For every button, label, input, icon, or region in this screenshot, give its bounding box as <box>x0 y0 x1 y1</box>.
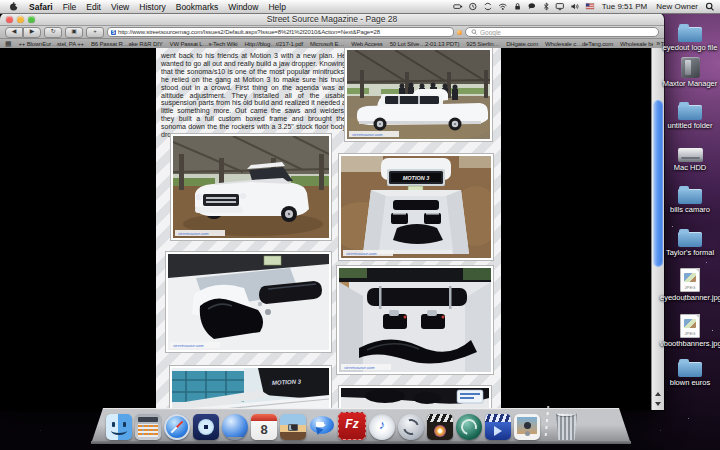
photo-watermark: streetsource.com <box>352 132 383 137</box>
dock-front-row-icon[interactable] <box>485 414 511 440</box>
dock-imovie-icon[interactable] <box>427 414 453 440</box>
apple-menu-icon[interactable] <box>9 1 19 12</box>
bookmark-item-3[interactable]: Http://blog…t/217-1.pdf <box>244 41 303 47</box>
imovie-icon <box>427 414 453 440</box>
desktop: SafariFileEditViewHistoryBookmarksWindow… <box>0 0 720 450</box>
dock-itunes-icon[interactable]: ♪ <box>369 414 395 440</box>
front-row-icon <box>485 414 511 440</box>
scroll-down-button[interactable] <box>652 399 664 409</box>
ichat-status-icon[interactable] <box>527 2 537 11</box>
dvd-player-icon <box>193 414 219 440</box>
desktop-icon-label: bills camaro <box>660 205 720 214</box>
time-machine-icon <box>456 414 482 440</box>
show-all-bookmarks-icon[interactable]: ▦ <box>5 40 11 48</box>
desktop-icon-maxtor-manager[interactable]: Maxtor Manager <box>660 56 720 88</box>
close-button[interactable] <box>6 16 13 23</box>
fast-user-switch-menu[interactable]: New Owner <box>654 2 700 11</box>
menu-bookmarks[interactable]: Bookmarks <box>176 2 219 12</box>
menu-history[interactable]: History <box>139 2 165 12</box>
iphoto-icon <box>280 414 306 440</box>
menu-safari[interactable]: Safari <box>29 2 53 12</box>
photo-watermark: streetsource.com <box>344 365 375 370</box>
bookmark-item-9[interactable]: Wholesale c…deTang.com <box>545 41 613 47</box>
desktop-icon-taylor-s-formal[interactable]: Taylor's formal <box>660 227 720 257</box>
minimize-button[interactable] <box>17 16 24 23</box>
bookmarks-items: ++ BlownEur…stel, PA ++B6 Passat R…ake R… <box>18 41 664 47</box>
dock-divider <box>545 406 550 436</box>
desktop-icon-bills-camaro[interactable]: bills camaro <box>660 184 720 214</box>
browser-toolbar: ◀ ▶ ↻ ▣ + S http://www.streetsourcemag.c… <box>0 26 664 39</box>
dock-dvd-player-icon[interactable] <box>193 414 219 440</box>
back-button[interactable]: ◀ <box>5 27 23 38</box>
dock-finder-icon[interactable] <box>106 414 132 440</box>
displays-icon[interactable] <box>555 2 565 11</box>
input-language-flag-icon[interactable] <box>585 2 595 11</box>
desktop-icon-label: Mac HDD <box>660 163 720 172</box>
bookmark-item-5[interactable]: Web Access <box>351 41 382 47</box>
menu-edit[interactable]: Edit <box>86 2 101 12</box>
desktop-icon-mac-hdd[interactable]: Mac HDD <box>660 142 720 172</box>
dock-ical-icon[interactable]: 8 <box>251 414 277 440</box>
dock-filezilla-icon[interactable]: Fz <box>338 412 366 440</box>
lock-icon[interactable] <box>513 2 522 11</box>
menubar-clock[interactable]: Tue 9:51 PM <box>600 2 650 11</box>
dock-isync-icon[interactable] <box>398 414 424 440</box>
bookmark-item-4[interactable]: Microsoft E… <box>310 41 344 47</box>
dock-safari-icon[interactable] <box>164 414 190 440</box>
menu-window[interactable]: Window <box>228 2 258 12</box>
sync-arrows-icon[interactable] <box>483 2 493 11</box>
dock-ichat-icon[interactable] <box>309 414 335 440</box>
ical-glyph: 8 <box>251 421 277 439</box>
desktop-icon-eyedout-logo-file[interactable]: eyedout logo file <box>660 22 720 52</box>
safari-window: Street Source Magazine - Page 28 ◀ ▶ ↻ ▣… <box>0 13 664 410</box>
dock-calculator-icon[interactable] <box>135 414 161 440</box>
dock-iweb-icon[interactable] <box>222 414 248 440</box>
bookmarks-overflow-chevron[interactable]: » <box>653 39 660 48</box>
dock-time-machine-icon[interactable] <box>456 414 482 440</box>
bookmark-item-0[interactable]: ++ BlownEur…stel, PA ++ <box>18 41 83 47</box>
search-icon <box>471 29 478 36</box>
desktop-icon-eyedoutbanner-jpg[interactable]: JPEGeyedoutbanner.jpg <box>660 268 720 302</box>
bookmark-item-2[interactable]: VW Passat L…s-Tech Wiki <box>170 41 238 47</box>
window-title-bar[interactable]: Street Source Magazine - Page 28 <box>0 13 664 26</box>
dock-photo-booth-icon[interactable] <box>514 414 540 440</box>
scroll-up-button[interactable] <box>652 389 664 399</box>
bluetooth-icon[interactable] <box>542 2 550 11</box>
address-bar[interactable]: S http://www.streetsourcemag.com/Issues2… <box>107 27 454 37</box>
desktop-icon-vboothbanners-jpg[interactable]: JPEGvboothbanners.jpg <box>660 314 720 348</box>
photo-bed-parts: streetsource.com <box>337 266 493 374</box>
menu-view[interactable]: View <box>111 2 129 12</box>
wifi-icon[interactable] <box>498 2 508 11</box>
filezilla-glyph: Fz <box>339 417 365 431</box>
reload-button[interactable]: ↻ <box>44 27 62 38</box>
menu-file[interactable]: File <box>63 2 77 12</box>
zoom-button[interactable] <box>28 16 35 23</box>
folder-icon <box>678 232 702 247</box>
dock-iphoto-icon[interactable] <box>280 414 306 440</box>
address-url-text: http://www.streetsourcemag.com/Issues2/D… <box>118 29 380 35</box>
site-favicon: S <box>111 30 116 35</box>
volume-icon[interactable] <box>570 2 580 11</box>
google-search-field[interactable]: Google <box>465 27 659 37</box>
desktop-icon-blown-euros[interactable]: blown euros <box>660 357 720 387</box>
desktop-icon-label: Maxtor Manager <box>660 79 720 88</box>
page-proxy-button[interactable]: ▣ <box>65 27 83 38</box>
feed-rss-icon[interactable] <box>457 30 462 35</box>
spotlight-icon[interactable] <box>705 2 715 12</box>
dock-trash-icon[interactable] <box>554 412 579 440</box>
menu-help[interactable]: Help <box>268 2 285 12</box>
battery-icon[interactable] <box>453 2 463 11</box>
bookmark-item-7[interactable]: 925 Sterlin… <box>466 41 499 47</box>
desktop-icon-untitled-folder[interactable]: untitled folder <box>660 100 720 130</box>
desktop-icon-label: blown euros <box>660 378 720 387</box>
dock: 8Fz♪ <box>92 408 630 448</box>
itunes-icon: ♪ <box>369 414 395 440</box>
forward-button[interactable]: ▶ <box>23 27 41 38</box>
bookmark-item-1[interactable]: B6 Passat R…ake R&R DIY <box>91 41 163 47</box>
desktop-icon-label: untitled folder <box>660 121 720 130</box>
bookmark-item-6[interactable]: 50 Lot Silve…2-01:13 PDT) <box>390 41 460 47</box>
clock-sync-icon[interactable] <box>468 2 478 11</box>
add-bookmark-button[interactable]: + <box>86 27 104 38</box>
window-title: Street Source Magazine - Page 28 <box>0 13 664 25</box>
bookmark-item-8[interactable]: DHgate.com <box>506 41 538 47</box>
